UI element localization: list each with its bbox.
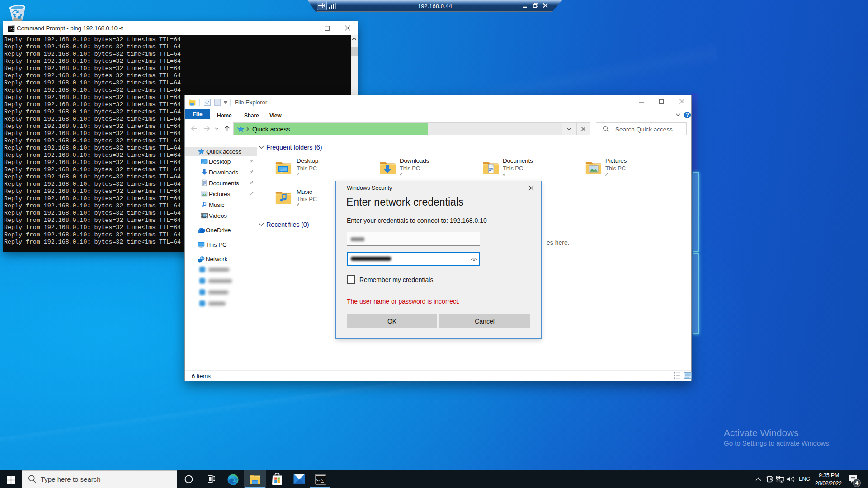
svg-text:?: ? [686,112,689,117]
svg-text:C:\: C:\ [316,478,323,482]
